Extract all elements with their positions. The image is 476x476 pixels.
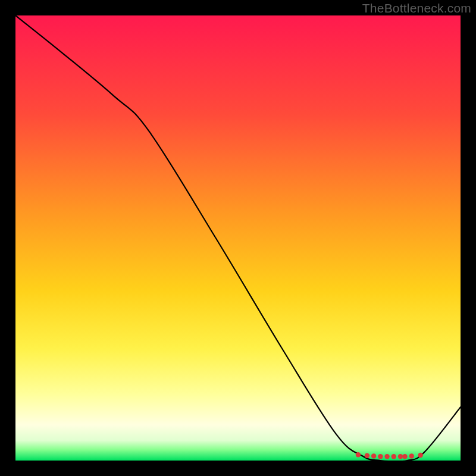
marker-dot xyxy=(398,454,403,459)
chart-svg xyxy=(15,15,461,461)
marker-dot xyxy=(384,454,389,459)
marker-dot xyxy=(402,454,407,459)
marker-dot xyxy=(409,453,414,458)
plot-area xyxy=(15,15,461,461)
marker-dot xyxy=(378,454,383,459)
watermark-text: TheBottleneck.com xyxy=(362,1,471,15)
marker-dot xyxy=(392,454,396,459)
gradient-background xyxy=(15,15,461,461)
marker-dot xyxy=(371,453,376,458)
marker-dot xyxy=(356,452,361,457)
marker-dot xyxy=(365,453,369,458)
chart-frame: TheBottleneck.com xyxy=(0,0,476,476)
marker-dot xyxy=(418,453,422,458)
